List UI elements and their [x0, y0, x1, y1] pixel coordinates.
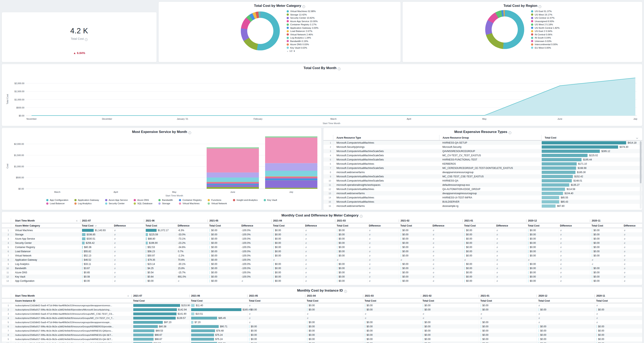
table-row[interactable]: 11Azure DNS$0.65ø$0.54-15.7%$0.00-100.0%… — [2, 270, 642, 275]
cost-bar — [596, 338, 597, 341]
cost-bar — [365, 325, 366, 328]
page-up-icon[interactable]: ▲ — [286, 50, 289, 52]
page-down-icon[interactable]: ▼ — [293, 50, 295, 52]
kpi-panel: 4.2 K Total Cost ▲ 6.84% — [2, 12, 157, 62]
legend-dot-icon — [286, 37, 289, 39]
info-icon[interactable] — [85, 38, 88, 41]
info-icon[interactable] — [538, 5, 541, 8]
legend-dot-icon — [286, 40, 289, 42]
table-row[interactable]: 1Microsoft.Compute/virtualMachinesHARNES… — [324, 141, 642, 145]
table-row[interactable]: 9Microsoft.Compute/virtualMachineScaleSe… — [324, 174, 642, 179]
table-row[interactable]: 14Microsoft.Compute/virtualMachinesHARNE… — [324, 195, 642, 200]
table-row[interactable]: 3/subscriptions/12d2db62-5aa9-471d-84bb-… — [2, 312, 642, 316]
column-header-total-cost[interactable]: Total Cost — [541, 135, 642, 141]
table-row[interactable]: 11microsoft.operationalinsights/workspac… — [324, 183, 642, 187]
scroll-left-icon[interactable]: ‹ — [76, 219, 78, 222]
cost-bar — [423, 334, 423, 336]
resource-table-body: 1Microsoft.Compute/virtualMachinesHARNES… — [324, 141, 642, 208]
table-row[interactable]: 6/subscriptions/20d6a917-99fa-4b1b-9b2e-… — [2, 324, 642, 329]
table-row[interactable]: 12Microsoft.Compute/virtualMachinesQA-AU… — [324, 187, 642, 191]
cost-bar — [542, 183, 569, 187]
table-row[interactable]: 8Application Gateway$46.52ø$79.3570.6%$0… — [2, 258, 642, 262]
table-row[interactable]: 8/subscriptions/20d6a917-99fa-4b1b-9b2e-… — [2, 333, 642, 337]
table-row[interactable]: 15Microsoft.Compute/virtualMachinesBUILD… — [324, 200, 642, 204]
table-row[interactable]: 4Security Center$256.42ø$196.90-23.2%$0.… — [2, 241, 642, 245]
cost-bar — [542, 162, 577, 165]
table-row[interactable]: 16microsoft.web/serverfarmsdocexample-rg… — [324, 204, 642, 208]
cost-bar — [480, 334, 481, 336]
table-row[interactable]: 5Microsoft.Compute/virtualMachineScaleSe… — [324, 157, 642, 162]
cost-bar — [592, 237, 592, 240]
info-icon[interactable] — [338, 67, 340, 70]
table-row[interactable]: 7Virtual Network$52.13ø$50.97-2.2%$0.00-… — [2, 253, 642, 258]
cost-bar — [146, 259, 146, 261]
table-row[interactable]: 10/subscriptions/20d6a917-99fa-4b1b-9b2e… — [2, 341, 642, 343]
legend-dot-icon — [286, 33, 289, 35]
scrollbar[interactable] — [640, 141, 642, 209]
table-row[interactable]: 2/subscriptions/20d6a917-99fa-4b1b-9b2e-… — [2, 308, 642, 312]
cost-bar — [133, 304, 180, 307]
table-row[interactable]: 3Microsoft.Compute/virtualMachineScaleSe… — [324, 149, 642, 153]
svg-text:$2,000.00: $2,000.00 — [14, 143, 24, 145]
info-icon[interactable] — [188, 131, 191, 134]
cost-bar — [210, 233, 210, 236]
total-cost-by-month-panel: Total Cost By Month $0.00$500.00$1,000.0… — [2, 64, 642, 126]
info-icon[interactable] — [508, 131, 511, 134]
table-row[interactable]: 5/subscriptions/12d2db62-5aa9-471d-84bb-… — [2, 320, 642, 324]
panel-title: Monthly Cost and Difference by Meter Cat… — [2, 214, 642, 218]
table-row[interactable]: 10Microsoft.Compute/virtualMachineScaleS… — [324, 179, 642, 183]
svg-text:March: March — [54, 191, 60, 193]
table-row[interactable]: 9Log Analytics$33.11ø$23.14-30.1%$0.00-1… — [2, 262, 642, 266]
legend-dot-icon — [208, 199, 210, 201]
table-row[interactable]: 7Microsoft.Compute/virtualMachineScaleSe… — [324, 166, 642, 170]
cost-bar — [146, 271, 146, 274]
scrollbar-thumb[interactable] — [640, 141, 642, 183]
table-row[interactable]: 6Load Balancer$55.82ø$56.230.7%$0.00-100… — [2, 249, 642, 253]
table-row[interactable]: 13microsoft.web/serverfarmsdevappservice… — [324, 191, 642, 195]
table-row[interactable]: 2Storage$336.85ø$225.59-33.0%$0.00-100.0… — [2, 232, 642, 237]
legend-dot-icon — [134, 202, 136, 205]
cost-bar — [400, 271, 401, 274]
table-row[interactable]: 1/subscriptions/12d2db62-5aa9-471d-84bb-… — [2, 303, 642, 308]
cost-bar — [464, 242, 465, 244]
legend-item: Virtual Machines — [179, 202, 202, 205]
cost-bar — [146, 237, 147, 240]
legend-dot-icon — [286, 46, 289, 49]
cost-bar — [538, 308, 539, 311]
table-row[interactable]: 2Microsoft.Security/pricingsMicrosoft.Se… — [324, 145, 642, 149]
table-row[interactable]: 1Virtual Machines$1,143.93ø$1,072.17-6.3… — [2, 228, 642, 232]
info-icon[interactable] — [344, 290, 347, 293]
cost-bar — [538, 334, 539, 336]
total-cost-header[interactable]: Total Cost — [80, 224, 112, 227]
cost-bar — [191, 338, 214, 341]
cost-bar — [337, 271, 338, 274]
cost-bar — [307, 334, 308, 336]
table-row[interactable]: 10Bandwidth$3.67ø$4.2515.8%$0.00-100.0%$… — [2, 266, 642, 270]
svg-text:January '21: January '21 — [177, 118, 188, 120]
cost-bar — [365, 338, 366, 341]
legend-item: Insight and Analytics — [233, 199, 258, 201]
table-row[interactable]: 5Container Registry$80.36ø$52.53-34.6%$0… — [2, 245, 642, 249]
table-row[interactable]: 9/subscriptions/20d6a917-99fa-4b1b-9b2e-… — [2, 337, 642, 341]
table-row[interactable]: 4/subscriptions/20d6a917-99fa-4b1b-9b2e-… — [2, 316, 642, 320]
legend-item: Azure DNS 0.03% — [286, 43, 318, 46]
table-row[interactable]: 6Microsoft.Compute/virtualMachinesKERBER… — [324, 162, 642, 166]
month-column-header: 2021-07 — [132, 294, 189, 297]
cost-bar — [542, 154, 588, 157]
table-row[interactable]: 12Key Vault$0.08ø$0.64691.0%$0.00-100.0%… — [2, 275, 642, 279]
info-icon[interactable] — [302, 5, 305, 8]
cost-bar — [146, 229, 156, 232]
table-row[interactable]: 13App Configuration$0.00ø$0.00ø$0.00ø$0.… — [2, 279, 642, 283]
info-icon[interactable] — [360, 215, 362, 218]
scroll-left-icon[interactable]: ‹ — [128, 294, 129, 298]
cost-bar — [528, 275, 529, 278]
cost-bar — [337, 237, 338, 240]
cost-bar — [592, 246, 592, 249]
table-row[interactable]: 7/subscriptions/20d6a917-99fa-4b1b-9b2e-… — [2, 329, 642, 333]
table-row[interactable]: 8microsoft.web/serverfarmsdevappservicer… — [324, 170, 642, 174]
month-column-header: 2021-05 — [247, 294, 305, 297]
cost-bar — [249, 308, 250, 311]
table-row[interactable]: 4Microsoft.Compute/virtualMachineScaleSe… — [324, 153, 642, 157]
table-row[interactable]: 3Azure App Service$330.51ø$88.80-73.1%$0… — [2, 237, 642, 241]
sort-icon[interactable] — [95, 225, 97, 227]
